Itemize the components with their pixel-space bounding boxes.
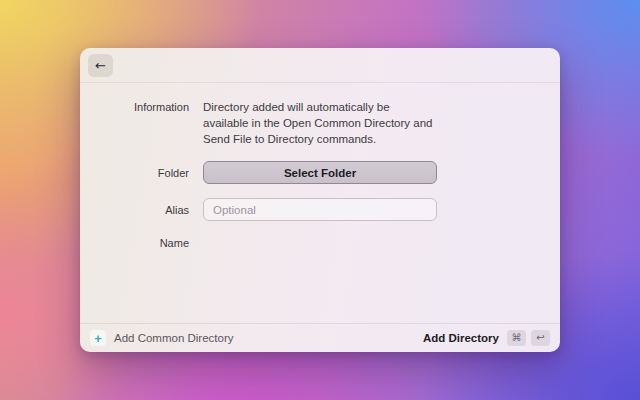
information-label: Information [80,99,189,147]
folder-row: Folder Select Folder [80,161,560,184]
add-common-directory-button[interactable]: + Add Common Directory [90,330,234,346]
dialog-content: Information Directory added will automat… [80,83,560,323]
information-row: Information Directory added will automat… [80,99,560,147]
name-label: Name [80,235,189,249]
return-key-icon: ↩ [531,330,550,346]
name-value [203,235,437,249]
add-directory-button[interactable]: Add Directory ⌘ ↩ [423,330,550,346]
information-text: Directory added will automatically be av… [203,99,437,147]
add-directory-label: Add Directory [423,332,499,344]
dialog-footer: + Add Common Directory Add Directory ⌘ ↩ [80,323,560,352]
back-button[interactable]: ← [88,54,113,77]
alias-input[interactable] [203,198,437,221]
select-folder-button[interactable]: Select Folder [203,161,437,184]
name-row: Name [80,235,560,249]
command-key-icon: ⌘ [507,330,526,346]
alias-row: Alias [80,198,560,221]
dialog-titlebar: ← [80,48,560,83]
add-common-directory-label: Add Common Directory [114,332,234,344]
plus-icon: + [90,330,106,346]
desktop-background: { "colors": { "accent_teal": "#2fb0bf", … [0,0,640,400]
alias-label: Alias [80,204,189,216]
folder-label: Folder [80,167,189,179]
add-directory-dialog: ← Information Directory added will autom… [80,48,560,352]
